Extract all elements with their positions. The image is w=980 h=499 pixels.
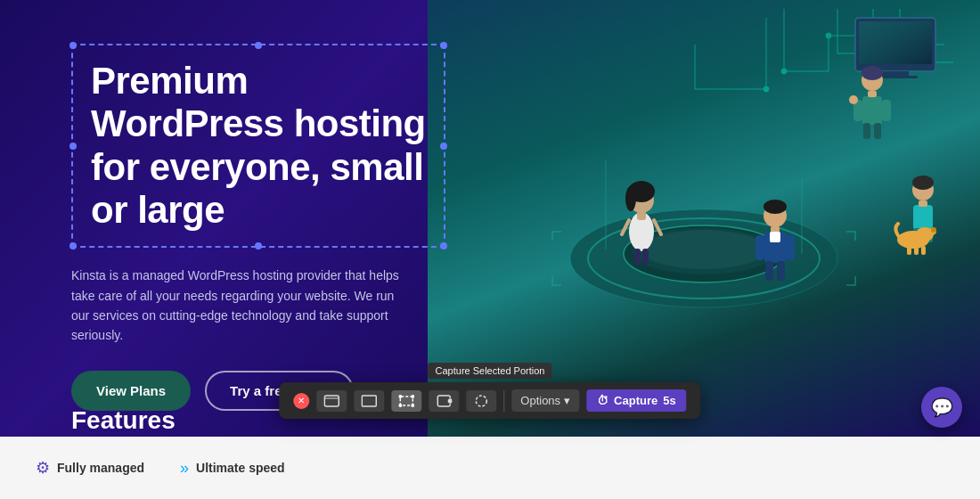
toolbar-fullscreen-button[interactable]	[354, 390, 384, 412]
svg-rect-45	[770, 232, 780, 242]
svg-rect-53	[874, 123, 881, 139]
svg-rect-67	[921, 246, 926, 255]
speed-icon: »	[180, 459, 189, 478]
svg-point-33	[625, 186, 636, 211]
svg-rect-43	[765, 261, 773, 281]
features-section-title: Features	[71, 406, 176, 435]
svg-point-76	[398, 404, 402, 407]
svg-point-74	[398, 395, 402, 398]
capture-button[interactable]: ⏱ Capture 5s	[586, 389, 687, 412]
toolbar-options-button[interactable]: Options ▾	[511, 389, 579, 412]
selection-box: Premium WordPress hosting for everyone, …	[71, 44, 445, 248]
svg-rect-42	[786, 235, 795, 260]
hero-heading: Premium WordPress hosting for everyone, …	[91, 60, 426, 232]
svg-point-79	[447, 398, 452, 404]
toolbar-divider	[503, 390, 504, 412]
selection-handle-tr	[440, 42, 447, 49]
svg-point-77	[411, 404, 414, 407]
svg-rect-72	[362, 396, 376, 406]
page-wrapper: Premium WordPress hosting for everyone, …	[0, 0, 980, 499]
svg-rect-41	[755, 235, 764, 260]
toolbar-selection-button[interactable]	[391, 390, 421, 412]
capture-toolbar: ✕	[279, 382, 700, 419]
hero-description: Kinsta is a managed WordPress hosting pr…	[71, 266, 410, 346]
svg-rect-46	[862, 96, 882, 125]
selection-handle-bl	[69, 242, 77, 250]
capture-selected-label: Capture Selected Portion	[429, 363, 552, 379]
svg-rect-58	[919, 200, 927, 207]
toolbar-close-button[interactable]: ✕	[293, 393, 309, 409]
bottom-bar: ⚙ Fully managed » Ultimate speed	[0, 437, 980, 499]
svg-point-64	[931, 227, 936, 233]
svg-rect-36	[642, 249, 649, 265]
svg-rect-51	[882, 100, 891, 121]
svg-rect-44	[777, 261, 785, 281]
svg-point-9	[781, 69, 787, 74]
toolbar-window-mode-button[interactable]	[316, 390, 347, 412]
svg-rect-73	[400, 397, 412, 405]
selection-handle-br	[440, 242, 447, 250]
selection-handle-tl	[69, 42, 77, 49]
selection-handle-ml	[69, 143, 77, 150]
svg-point-75	[411, 395, 414, 398]
svg-rect-49	[868, 91, 877, 97]
svg-point-80	[476, 396, 486, 406]
selection-handle-mr	[440, 143, 447, 150]
svg-rect-18	[859, 21, 932, 64]
svg-point-11	[764, 86, 769, 92]
svg-point-57	[912, 176, 934, 190]
svg-rect-52	[863, 123, 870, 139]
toolbar-freeform-button[interactable]	[466, 390, 496, 412]
toolbar-scroll-capture-button[interactable]	[429, 390, 459, 412]
svg-point-10	[826, 33, 831, 38]
svg-rect-66	[914, 246, 919, 255]
svg-point-39	[764, 200, 787, 214]
view-plans-button[interactable]: View Plans	[71, 371, 191, 411]
svg-rect-35	[634, 249, 641, 265]
feature-item-speed: » Ultimate speed	[180, 459, 285, 478]
managed-icon: ⚙	[36, 458, 50, 478]
capture-toolbar-wrapper: Capture Selected Portion ✕	[279, 363, 700, 419]
svg-rect-65	[907, 246, 911, 255]
svg-rect-19	[882, 71, 909, 76]
svg-rect-70	[324, 396, 339, 406]
svg-point-54	[849, 95, 858, 104]
feature-speed-label: Ultimate speed	[196, 461, 285, 475]
feature-item-managed: ⚙ Fully managed	[36, 458, 144, 478]
svg-rect-34	[637, 211, 646, 220]
svg-rect-55	[913, 205, 933, 230]
feature-managed-label: Fully managed	[57, 461, 144, 475]
chat-bubble-button[interactable]: 💬	[921, 387, 962, 428]
svg-point-48	[862, 66, 883, 80]
